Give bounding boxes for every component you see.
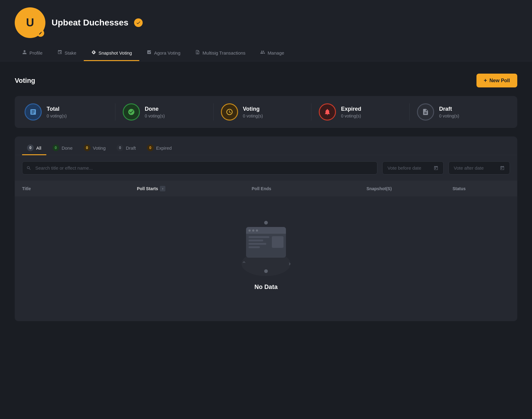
- profile-icon: [22, 50, 27, 56]
- draft-filter-badge: 0: [117, 144, 123, 151]
- tab-profile[interactable]: Profile: [15, 45, 50, 61]
- expand-arrow-left: ⌃: [241, 260, 247, 267]
- manage-icon: [260, 50, 265, 56]
- stats-row: Total 0 voting(s) Done 0 voting(s) Votin…: [15, 96, 517, 128]
- total-label: Total: [47, 106, 67, 112]
- window-dot-1: [249, 229, 251, 232]
- filters-section: 0 All 0 Done 0 Voting 0 Draft 0 Expired: [15, 136, 517, 321]
- stat-total: Total 0 voting(s): [25, 103, 115, 121]
- tab-manage[interactable]: Manage: [253, 45, 291, 61]
- stat-expired-text: Expired 0 voting(s): [341, 106, 361, 118]
- expired-filter-label: Expired: [156, 145, 172, 151]
- tab-multisig[interactable]: Multisig Transactions: [188, 45, 253, 61]
- tab-stake[interactable]: Stake: [50, 45, 84, 61]
- empty-window-bar: [246, 227, 286, 234]
- sort-arrow-icon: ↑: [160, 186, 165, 191]
- empty-dot-top: [264, 221, 268, 225]
- voting-label: Voting: [243, 106, 263, 112]
- expired-value: 0 voting(s): [341, 113, 361, 118]
- stat-voting-text: Voting 0 voting(s): [243, 106, 263, 118]
- stat-done: Done 0 voting(s): [115, 103, 214, 121]
- empty-window: [246, 227, 286, 258]
- tab-manage-label: Manage: [268, 50, 284, 56]
- search-wrap: [22, 161, 377, 175]
- window-dot-3: [256, 229, 258, 232]
- stat-total-text: Total 0 voting(s): [47, 106, 67, 118]
- calendar-icon-after: [500, 166, 505, 171]
- col-title: Title: [22, 186, 137, 191]
- search-icon: [26, 166, 31, 171]
- multisig-icon: [195, 50, 200, 56]
- main-content: Voting + New Poll Total 0 voting(s) Done…: [0, 61, 532, 333]
- expired-label: Expired: [341, 106, 361, 112]
- poll-starts-label: Poll Starts: [137, 186, 158, 191]
- all-label: All: [36, 145, 41, 151]
- vote-after-date[interactable]: Vote after date: [449, 161, 510, 175]
- draft-icon: [417, 103, 434, 121]
- filter-tab-draft[interactable]: 0 Draft: [112, 141, 141, 155]
- all-badge: 0: [27, 144, 34, 151]
- empty-label: No Data: [254, 283, 278, 290]
- org-name: Upbeat Duchesses: [52, 18, 129, 28]
- done-value: 0 voting(s): [145, 113, 165, 118]
- voting-filter-label: Voting: [93, 145, 106, 151]
- agora-icon: [147, 50, 152, 56]
- tab-multisig-label: Multisig Transactions: [202, 50, 245, 56]
- expired-icon: [319, 103, 336, 121]
- new-poll-button[interactable]: + New Poll: [476, 74, 517, 87]
- empty-line-2: [249, 240, 263, 241]
- empty-lines: [249, 236, 269, 248]
- filter-tab-voting[interactable]: 0 Voting: [79, 141, 111, 155]
- nav-tabs: Profile Stake Snapshot Voting Agora Voti…: [15, 45, 517, 61]
- vote-before-date[interactable]: Vote before date: [382, 161, 444, 175]
- expired-filter-badge: 0: [147, 144, 154, 151]
- expand-arrow-right: ⌃: [284, 261, 292, 267]
- empty-line-3: [249, 243, 266, 245]
- empty-illustration: ⌃ ⌃: [238, 221, 294, 276]
- empty-state: ⌃ ⌃ No Data: [15, 196, 517, 321]
- filter-tabs: 0 All 0 Done 0 Voting 0 Draft 0 Expired: [15, 136, 517, 155]
- voting-icon: [221, 103, 238, 121]
- draft-value: 0 voting(s): [439, 113, 459, 118]
- stat-draft-text: Draft 0 voting(s): [439, 106, 459, 118]
- tab-snapshot-voting[interactable]: Snapshot Voting: [84, 45, 139, 61]
- empty-window-body: [246, 234, 286, 251]
- header-top: U Upbeat Duchesses: [15, 7, 517, 45]
- avatar-edit-badge[interactable]: [37, 29, 44, 37]
- tab-agora-voting[interactable]: Agora Voting: [139, 45, 188, 61]
- tab-profile-label: Profile: [29, 50, 43, 56]
- avatar-container: U: [15, 7, 45, 38]
- tab-agora-label: Agora Voting: [154, 50, 180, 56]
- plus-icon: +: [484, 77, 487, 84]
- total-value: 0 voting(s): [47, 113, 67, 118]
- vote-before-label: Vote before date: [387, 165, 421, 171]
- empty-line-1: [249, 236, 269, 238]
- col-status: Status: [453, 186, 510, 191]
- verified-icon: [134, 18, 143, 27]
- voting-header: Voting + New Poll: [15, 74, 517, 87]
- filter-tab-done[interactable]: 0 Done: [48, 141, 78, 155]
- search-input[interactable]: [22, 161, 377, 175]
- filter-tab-all[interactable]: 0 All: [22, 141, 46, 155]
- window-dot-2: [252, 229, 254, 232]
- snapshot-icon: [91, 50, 96, 56]
- voting-title: Voting: [15, 77, 35, 85]
- col-snapshot: Snapshot(S): [366, 186, 453, 191]
- done-icon: [123, 103, 140, 121]
- empty-line-4: [249, 246, 260, 248]
- new-poll-label: New Poll: [489, 78, 510, 83]
- stat-draft: Draft 0 voting(s): [410, 103, 507, 121]
- voting-filter-badge: 0: [84, 144, 91, 151]
- filter-tab-expired[interactable]: 0 Expired: [142, 141, 177, 155]
- tab-snapshot-label: Snapshot Voting: [98, 50, 132, 56]
- done-filter-badge: 0: [52, 144, 59, 151]
- search-row: Vote before date Vote after date: [15, 155, 517, 181]
- vote-after-label: Vote after date: [454, 165, 484, 171]
- draft-label: Draft: [439, 106, 459, 112]
- col-poll-starts[interactable]: Poll Starts ↑: [137, 186, 252, 191]
- draft-filter-label: Draft: [126, 145, 136, 151]
- col-poll-ends: Poll Ends: [252, 186, 366, 191]
- stat-done-text: Done 0 voting(s): [145, 106, 165, 118]
- calendar-icon-before: [434, 166, 438, 171]
- total-icon: [25, 103, 42, 121]
